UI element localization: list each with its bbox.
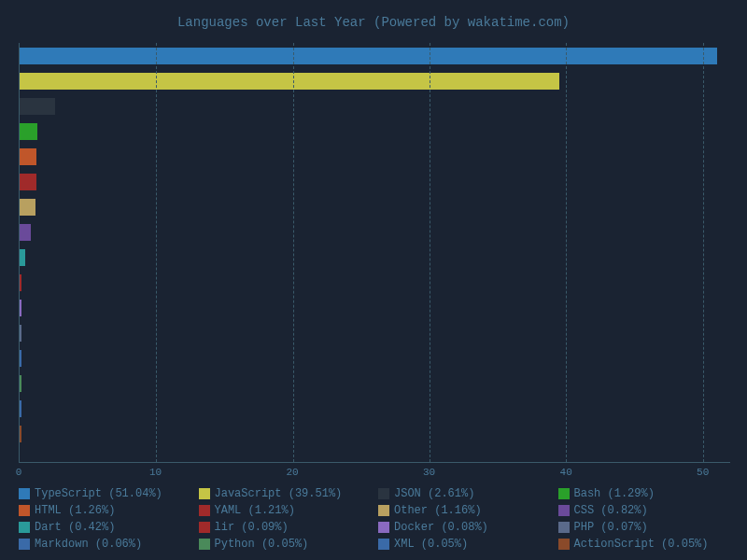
legend-item: Python (0.05%) — [199, 538, 372, 551]
bar-row — [20, 219, 730, 245]
grid-line — [156, 43, 157, 462]
bar-row — [20, 345, 730, 371]
legend-label: Markdown (0.06%) — [35, 538, 142, 551]
legend-item: YAML (1.21%) — [199, 504, 372, 517]
bar-row — [20, 396, 730, 421]
legend-label: YAML (1.21%) — [215, 504, 295, 517]
legend-swatch — [199, 505, 210, 516]
legend-label: Bash (1.29%) — [574, 487, 655, 500]
legend-item: TypeScript (51.04%) — [19, 487, 191, 500]
grid-line — [703, 43, 704, 462]
legend-item: CSS (0.82%) — [558, 504, 731, 517]
bar-markdown — [20, 350, 21, 367]
bar-row — [20, 43, 730, 68]
bar-html — [20, 148, 36, 165]
x-tick-label: 30 — [423, 467, 435, 478]
legend-swatch — [558, 488, 570, 499]
x-tick-label: 40 — [560, 467, 572, 478]
chart-title: Languages over Last Year (Powered by wak… — [17, 9, 730, 43]
legend-item: JavaScript (39.51%) — [199, 487, 372, 500]
bar-other — [20, 199, 35, 216]
legend-swatch — [19, 505, 30, 516]
legend-swatch — [378, 522, 389, 533]
bar-row — [20, 295, 730, 320]
legend-item: PHP (0.07%) — [558, 521, 731, 534]
legend-label: Python (0.05%) — [215, 538, 309, 551]
grid-line — [566, 43, 567, 462]
bar-docker — [20, 300, 21, 316]
bar-dart — [20, 249, 25, 266]
legend-label: lir (0.09%) — [215, 521, 289, 534]
bar-row — [20, 169, 730, 194]
bar-lir — [20, 274, 21, 291]
legend-item: XML (0.05%) — [378, 538, 551, 551]
legend-item: ActionScript (0.05%) — [558, 538, 731, 551]
legend-swatch — [19, 488, 30, 499]
legend-label: HTML (1.26%) — [35, 504, 115, 517]
bar-row — [20, 144, 730, 169]
bar-json — [20, 98, 55, 115]
legend-label: Docker (0.08%) — [394, 521, 488, 534]
x-tick-label: 20 — [286, 467, 298, 478]
legend-swatch — [378, 505, 389, 516]
legend-swatch — [199, 488, 210, 499]
legend-item: HTML (1.26%) — [19, 504, 191, 517]
legend-swatch — [558, 522, 570, 533]
legend-swatch — [558, 539, 570, 550]
bar-css — [20, 224, 31, 241]
legend-label: CSS (0.82%) — [574, 504, 648, 517]
legend-item: Docker (0.08%) — [378, 521, 551, 534]
bar-javascript — [20, 73, 559, 90]
legend-swatch — [199, 522, 210, 533]
legend-item: Other (1.16%) — [378, 504, 551, 517]
grid-line — [293, 43, 294, 462]
legend-swatch — [378, 488, 389, 499]
bar-row — [20, 421, 730, 446]
bar-row — [20, 245, 730, 270]
bar-row — [20, 93, 730, 119]
x-tick-label: 10 — [149, 467, 162, 478]
bar-php — [20, 325, 21, 342]
legend-label: Dart (0.42%) — [35, 521, 115, 534]
x-tick-label: 50 — [697, 467, 709, 478]
bar-row — [20, 320, 730, 345]
legend-item: Dart (0.42%) — [19, 521, 191, 534]
legend-label: Other (1.16%) — [394, 504, 482, 517]
x-tick-label: 0 — [16, 467, 22, 478]
bar-xml — [20, 400, 21, 417]
legend-item: Markdown (0.06%) — [19, 538, 191, 551]
bar-row — [20, 270, 730, 295]
legend-label: ActionScript (0.05%) — [574, 538, 709, 551]
chart-plot-area — [19, 43, 730, 463]
bar-yaml — [20, 174, 36, 190]
legend-item: lir (0.09%) — [199, 521, 372, 534]
bar-actionscript — [20, 426, 21, 442]
legend-label: PHP (0.07%) — [574, 521, 648, 534]
bar-row — [20, 68, 730, 93]
legend-swatch — [199, 539, 210, 550]
legend-label: JavaScript (39.51%) — [215, 487, 343, 500]
legend-item: Bash (1.29%) — [558, 487, 731, 500]
legend-item: JSON (2.61%) — [378, 487, 551, 500]
legend-swatch — [19, 539, 30, 550]
legend-label: XML (0.05%) — [394, 538, 468, 551]
bar-bash — [20, 123, 37, 140]
bar-row — [20, 194, 730, 219]
legend-swatch — [378, 539, 389, 550]
bar-typescript — [20, 48, 717, 64]
x-axis-labels: 01020304050 — [19, 463, 730, 480]
chart-legend: TypeScript (51.04%)JavaScript (39.51%)JS… — [17, 487, 730, 551]
legend-label: JSON (2.61%) — [394, 487, 474, 500]
bar-row — [20, 119, 730, 144]
bar-row — [20, 371, 730, 396]
grid-line — [430, 43, 430, 462]
legend-swatch — [19, 522, 30, 533]
chart-container: Languages over Last Year (Powered by wak… — [0, 0, 747, 560]
legend-swatch — [558, 505, 570, 516]
bar-python — [20, 375, 21, 392]
legend-label: TypeScript (51.04%) — [35, 487, 162, 500]
